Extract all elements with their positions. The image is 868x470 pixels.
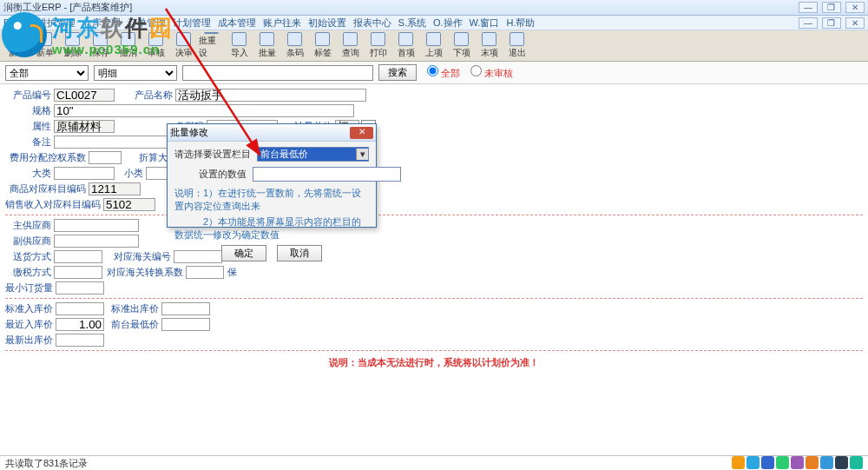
tray-icon[interactable] [732,456,745,469]
label-tax: 缴税方式 [5,265,54,280]
field-customs-coef[interactable] [186,266,224,279]
field-name[interactable] [175,89,366,102]
field-std-out[interactable] [161,302,210,315]
toolbar-label: 批量 [259,47,276,59]
radio-all[interactable] [427,65,438,76]
label-std-in: 标准入库价 [5,301,56,316]
dialog-close-button[interactable]: ✕ [350,127,373,139]
dialog-titlebar[interactable]: 批量修改 ✕ [168,124,376,142]
dialog-ok-button[interactable]: 确定 [221,245,266,261]
search-scope-select[interactable]: 全部 [5,65,89,81]
toolbar-下项[interactable]: 下项 [448,31,475,60]
close-button[interactable]: ✕ [845,2,865,13]
toolbar-label: 保存 [92,47,109,59]
field-sale-subj[interactable] [103,198,155,211]
dialog-label-column: 请选择要设置栏目 [174,148,253,161]
toolbar-icon [260,32,274,46]
toolbar-导入[interactable]: 导入 [226,31,253,60]
toolbar-保存[interactable]: 保存 [87,31,114,60]
toolbar-icon [204,32,219,34]
menu-help[interactable]: H.帮助 [506,17,535,30]
menu-order[interactable]: 订单管理 [128,17,166,30]
toolbar-标签[interactable]: 标签 [309,31,336,60]
toolbar-末项[interactable]: 末项 [476,31,503,60]
toolbar-撤消[interactable]: 撤消 [115,31,141,60]
menu-cost[interactable]: 成本管理 [218,17,256,30]
field-code[interactable] [54,89,115,102]
toolbar-icon [426,32,441,46]
radio-unreviewed-label[interactable]: 未审核 [470,65,513,80]
tray-icon[interactable] [820,456,833,469]
dialog-cancel-button[interactable]: 取消 [277,245,322,261]
tray-icon[interactable] [776,456,789,469]
field-moq[interactable] [56,281,104,295]
child-close-button[interactable]: ✕ [845,17,865,29]
childmax-button[interactable]: ❐ [822,2,841,13]
field-cost[interactable] [89,151,122,164]
field-low[interactable] [161,318,210,331]
menu-report[interactable]: 报表中心 [353,17,391,30]
tray-icon[interactable] [806,456,819,469]
field-big[interactable] [54,167,115,180]
tray-icon[interactable] [746,456,760,469]
tray-icon[interactable] [791,456,804,469]
toolbar-icon [482,32,496,46]
toolbar-条码[interactable]: 条码 [281,31,308,60]
tray-icon[interactable] [761,456,774,469]
toolbar-新增[interactable]: 新增 [3,31,30,60]
field-late-out[interactable] [56,334,104,347]
field-late-in[interactable] [56,318,104,331]
menu-warehouse[interactable]: 仓库管理 [82,17,121,30]
menu-system[interactable]: S.系统 [398,17,426,30]
field-tax[interactable] [54,266,102,279]
field-sup-sub[interactable] [54,235,139,248]
menu-window[interactable]: W.窗口 [470,17,500,30]
field-sup-main[interactable] [54,219,139,232]
field-attr[interactable] [54,120,115,133]
toolbar-label: 下项 [453,47,470,59]
label-low: 前台最低价 [104,317,161,332]
search-input[interactable] [182,65,373,81]
tray-icon[interactable] [850,456,863,469]
toolbar-审核[interactable]: 审核 [142,31,169,60]
label-sup-sub: 副供应商 [5,234,54,248]
menu-init[interactable]: 初始设置 [308,17,346,30]
toolbar-打印[interactable]: 打印 [365,31,391,60]
toolbar-icon [398,32,413,46]
search-button[interactable]: 搜索 [378,64,417,81]
child-max-button[interactable]: ❐ [822,17,841,29]
toolbar-退出[interactable]: 退出 [503,31,530,60]
toolbar-删除[interactable]: 删除 [59,31,86,60]
search-detail-select[interactable]: 明细 [94,65,177,81]
toolbar-新单[interactable]: 新单 [31,31,58,60]
toolbar-label: 决审 [175,47,193,59]
field-std-in[interactable] [56,302,104,315]
label-big: 大类 [5,166,54,181]
radio-all-label[interactable]: 全部 [427,65,460,80]
toolbar-决审[interactable]: 决审 [170,31,197,60]
label-sup-main: 主供应商 [5,218,54,233]
menu-account[interactable]: 账户往来 [263,17,301,30]
dialog-value-input[interactable] [253,167,401,182]
minimize-button[interactable]: — [799,2,818,13]
field-spec[interactable] [54,104,354,117]
toolbar-label: 删除 [64,47,82,59]
toolbar-查询[interactable]: 查询 [337,31,364,60]
radio-unreviewed[interactable] [470,65,482,76]
toolbar-首项[interactable]: 首项 [392,31,419,60]
toolbar-批重设[interactable]: 批重设 [198,31,225,60]
menu-plan[interactable]: 计划管理 [173,17,211,30]
label-late-out: 最新出库价 [5,333,56,348]
tray-icon[interactable] [835,456,848,469]
dialog-column-combo[interactable]: 前台最低价▾ [257,147,369,162]
toolbar-label: 导入 [231,47,248,59]
field-ship[interactable] [54,250,102,263]
label-customs-coef: 对应海关转换系数 [102,265,186,280]
menu-oper[interactable]: O.操作 [433,17,463,30]
toolbar-上项[interactable]: 上项 [420,31,447,60]
menu-maint[interactable]: 维护管理 [37,17,76,30]
menu-file[interactable]: F.文件 [3,17,30,30]
field-subj[interactable] [89,182,141,195]
toolbar-批量[interactable]: 批量 [253,31,280,60]
child-min-button[interactable]: — [799,17,818,29]
